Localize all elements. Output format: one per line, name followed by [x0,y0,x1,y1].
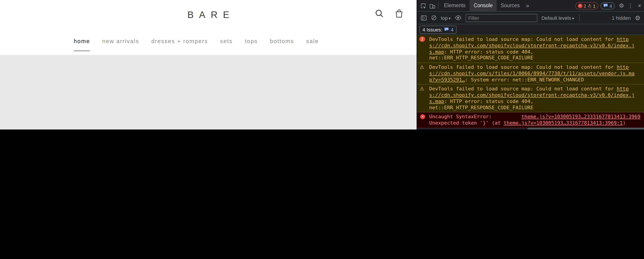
store-content-area [0,55,416,130]
console-toolbar: top▾ Default levels▾ 1 hidden ⚙ [417,12,644,24]
store-header-icons [374,9,404,19]
nav-item-new-arrivals[interactable]: new arrivals [102,38,139,51]
inspect-element-icon[interactable] [419,0,428,11]
nav-item-bottoms[interactable]: bottoms [270,38,294,51]
warning-icon: ⚠ [420,64,424,71]
text-segment: ) [623,120,626,126]
text-segment: : HTTP error: status code 404, net::ERR_… [429,49,536,61]
text-segment: Uncaught SyntaxError: Unexpected token '… [429,114,504,126]
issues-count: 4 [451,27,454,32]
text-segment: DevTools failed to load source map: Coul… [429,37,616,42]
message-text: DevTools failed to load source map: Coul… [429,37,634,61]
chevron-down-icon: ▾ [572,16,574,21]
speech-bubble-icon [603,3,608,8]
errors-warnings-badge[interactable]: × 2 ⚠ 1 [575,2,598,9]
text-segment: DevTools failed to load source map: Coul… [429,64,616,70]
execution-context-selector[interactable]: top▾ [441,15,451,21]
link-url-tooltip: https://cdn.shopify.com/s/files/ 1/0066/… [528,128,644,130]
issues-button[interactable]: 4 Issues: 4 [419,26,456,34]
screenshot-stage: BARE homenew arrivalsdresses + rompersse… [0,0,644,130]
devtools-tab-bar: Elements Console Sources » × 2 ⚠ 1 4 ⚙ ⋮… [417,0,644,12]
text-segment: : System error: net::ERR_NETWORK_CHANGED [465,77,584,83]
tab-console[interactable]: Console [470,0,496,11]
nav-item-tops[interactable]: tops [245,38,258,51]
console-message-error: ×theme.js?v=103005193…23331677813413:396… [417,113,644,128]
more-tabs-icon[interactable]: » [524,0,532,11]
message-count: 4 [610,3,612,8]
console-message-warning: ⚠DevTools failed to load source map: Cou… [417,85,644,113]
message-text: DevTools failed to load source map: Coul… [429,64,634,83]
chevron-down-icon: ▾ [449,16,451,21]
issues-bar: 4 Issues: 4 [417,24,644,35]
text-segment: : HTTP error: status code 404, net::ERR_… [429,99,536,111]
device-toolbar-icon[interactable] [428,0,437,11]
console-messages-badge[interactable]: 4 [600,2,615,9]
error-badge-icon: × [578,3,582,8]
toolbar-separator [580,15,580,21]
storefront-pane: BARE homenew arrivalsdresses + rompersse… [0,0,416,130]
log-levels-selector[interactable]: Default levels▾ [542,15,574,21]
warning-icon: ⚠ [420,86,424,92]
filter-input[interactable] [466,14,538,22]
console-settings-gear-icon[interactable]: ⚙ [635,14,640,21]
nav-item-home[interactable]: home [74,38,90,51]
console-sidebar-icon[interactable] [421,15,427,21]
error-count: 2 [584,3,586,8]
kebab-menu-icon[interactable]: ⋮ [626,0,635,11]
console-message-warning: ⚠DevTools failed to load source map: Cou… [417,63,644,85]
cart-bag-icon[interactable] [394,9,404,19]
speech-bubble-icon [444,27,449,32]
store-nav: homenew arrivalsdresses + romperssetstop… [74,38,319,51]
source-location-link[interactable]: theme.js?v=103005193…23331677813413:3969 [521,114,640,120]
console-link[interactable]: theme.js?v=103005193…331677813413:3969:1 [504,120,623,126]
repeat-count-badge: 2 [419,37,425,42]
nav-item-sale[interactable]: sale [306,38,319,51]
nav-item-sets[interactable]: sets [220,38,232,51]
settings-gear-icon[interactable]: ⚙ [617,0,626,11]
text-segment: DevTools failed to load source map: Coul… [429,86,616,92]
tab-elements[interactable]: Elements [440,0,470,11]
error-icon: × [420,114,425,119]
nav-item-dresses-rompers[interactable]: dresses + rompers [152,38,208,51]
console-message-warning: 2DevTools failed to load source map: Cou… [417,35,644,63]
search-icon[interactable] [374,9,384,19]
store-logo: BARE [0,10,416,20]
warning-count: 1 [593,3,596,8]
message-text: DevTools failed to load source map: Coul… [429,86,634,111]
toolbar-separator [438,2,438,9]
issues-label: 4 Issues: [422,27,442,32]
tab-sources[interactable]: Sources [496,0,524,11]
warning-badge-icon: ⚠ [588,3,592,8]
console-messages: 2DevTools failed to load source map: Cou… [417,35,644,130]
close-devtools-icon[interactable]: × [635,0,644,11]
live-expression-eye-icon[interactable] [455,15,462,21]
devtools-pane: Elements Console Sources » × 2 ⚠ 1 4 ⚙ ⋮… [416,0,644,130]
hidden-messages-count: 1 hidden [612,15,630,21]
clear-console-icon[interactable] [431,15,437,21]
